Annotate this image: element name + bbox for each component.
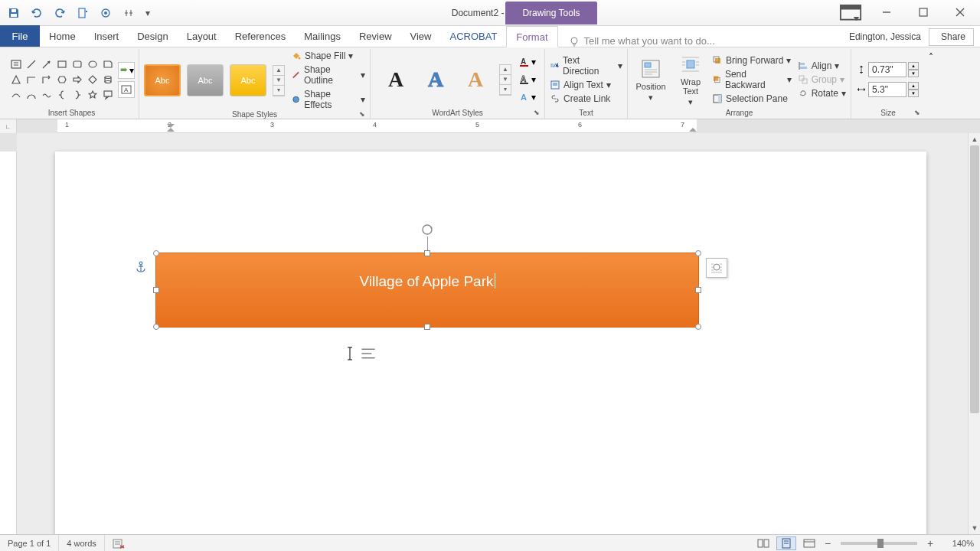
shape-callout-icon[interactable] (101, 88, 115, 102)
shape-cylinder-icon[interactable] (101, 73, 115, 86)
selection-pane-button[interactable]: Selection Pane (712, 93, 792, 104)
shape-block-arrow-icon[interactable] (70, 73, 84, 86)
status-page[interactable]: Page 1 of 1 (0, 535, 59, 552)
scroll-down-icon[interactable]: ▼ (969, 522, 980, 534)
review-tab[interactable]: Review (350, 25, 401, 47)
design-tab[interactable]: Design (128, 25, 177, 47)
zoom-slider[interactable] (841, 542, 917, 545)
shape-star-icon[interactable] (86, 88, 100, 102)
read-mode-button[interactable] (753, 536, 773, 550)
edit-shape-button[interactable]: ▾ (118, 62, 135, 79)
shape-effects-button[interactable]: Shape Effects ▾ (291, 89, 365, 110)
shape-elbow-arrow-icon[interactable] (40, 73, 54, 86)
resize-handle-s[interactable] (424, 324, 430, 330)
share-button[interactable]: Share (929, 28, 974, 46)
shape-textbox-icon[interactable] (9, 57, 23, 71)
shape-rounded-rect-icon[interactable] (70, 57, 84, 71)
shape-wave-icon[interactable] (40, 88, 54, 102)
layout-tab[interactable]: Layout (178, 25, 226, 47)
create-link-button[interactable]: Create Link (550, 93, 622, 104)
shape-fill-button[interactable]: Shape Fill ▾ (291, 51, 365, 61)
shape-arrow-line-icon[interactable] (40, 57, 54, 71)
style-thumb-gray[interactable]: Abc (187, 64, 224, 96)
new-doc-icon[interactable] (75, 5, 90, 21)
mailings-tab[interactable]: Mailings (295, 25, 350, 47)
draw-textbox-button[interactable]: A (118, 81, 135, 98)
resize-handle-e[interactable] (695, 287, 701, 293)
indent-marker-right[interactable] (688, 122, 698, 133)
rotate-button[interactable]: Rotate ▾ (798, 88, 846, 99)
acrobat-tab[interactable]: ACROBAT (440, 25, 506, 47)
text-fill-button[interactable]: A▾ (519, 54, 536, 70)
save-icon[interactable] (6, 5, 21, 21)
collapse-ribbon-button[interactable]: ˄ (925, 49, 937, 119)
wordart-thumb-3[interactable]: A (459, 64, 492, 96)
width-input[interactable] (868, 82, 906, 97)
qat-more-icon[interactable] (121, 5, 136, 21)
shape-brace-right-icon[interactable] (70, 88, 84, 102)
ribbon-display-options-icon[interactable] (839, 4, 862, 21)
undo-icon[interactable] (29, 5, 44, 21)
shape-diamond-icon[interactable] (86, 73, 100, 86)
maximize-button[interactable] (908, 3, 939, 21)
selected-shape[interactable]: Village of Apple Park (155, 253, 699, 328)
send-backward-button[interactable]: Send Backward ▾ (712, 69, 792, 90)
status-proofing[interactable] (105, 535, 132, 552)
wrap-text-button[interactable]: Wrap Text▾ (672, 53, 709, 106)
style-thumb-yellow[interactable]: Abc (230, 64, 266, 96)
text-direction-button[interactable]: IIAText Direction ▾ (550, 55, 622, 77)
zoom-level[interactable]: 140% (939, 539, 974, 548)
minimize-button[interactable] (871, 3, 902, 21)
status-words[interactable]: 4 words (59, 535, 105, 552)
shape-hexagon-icon[interactable] (55, 73, 69, 86)
wordart-thumb-2[interactable]: A (420, 64, 452, 96)
page[interactable]: Village of Apple Park (55, 152, 926, 534)
layout-options-button[interactable] (706, 258, 727, 278)
shape-brace-left-icon[interactable] (55, 88, 69, 102)
indent-marker-left[interactable] (165, 122, 176, 133)
scrollbar-thumb[interactable] (970, 145, 979, 413)
text-outline-button[interactable]: A▾ (519, 72, 536, 87)
style-thumb-orange[interactable]: Abc (144, 64, 181, 96)
shape-snip-icon[interactable] (101, 57, 115, 71)
shape-outline-button[interactable]: Shape Outline ▾ (291, 64, 365, 86)
view-tab[interactable]: View (401, 25, 441, 47)
wordart-gallery-scroll[interactable]: ▲▼▾ (499, 64, 511, 96)
shape-curve-icon[interactable] (9, 88, 23, 102)
shape-triangle-icon[interactable] (9, 73, 23, 86)
document-scroll[interactable]: Village of Apple Park (17, 133, 980, 534)
zoom-out-button[interactable]: − (822, 537, 833, 549)
shape-elbow-icon[interactable] (24, 73, 38, 86)
height-spinner[interactable]: ▲▼ (908, 62, 919, 77)
shape-text[interactable]: Village of Apple Park (360, 273, 495, 290)
position-button[interactable]: Position▾ (632, 57, 669, 102)
redo-icon[interactable] (52, 5, 67, 21)
shape-line-icon[interactable] (24, 57, 38, 71)
shapes-gallery[interactable] (9, 57, 115, 102)
print-layout-button[interactable] (776, 536, 796, 550)
shape-arc-icon[interactable] (24, 88, 38, 102)
home-tab[interactable]: Home (40, 25, 85, 47)
resize-handle-w[interactable] (153, 287, 159, 293)
resize-handle-nw[interactable] (153, 250, 159, 256)
resize-handle-se[interactable] (695, 324, 701, 330)
references-tab[interactable]: References (226, 25, 295, 47)
dialog-launcher-icon[interactable]: ⬊ (913, 109, 922, 118)
close-button[interactable] (945, 3, 975, 21)
shape-oval-icon[interactable] (86, 57, 100, 71)
file-tab[interactable]: File (0, 25, 40, 47)
resize-handle-ne[interactable] (695, 250, 701, 256)
qat-dropdown-icon[interactable]: ▾ (144, 5, 152, 21)
width-spinner[interactable]: ▲▼ (908, 82, 919, 97)
scroll-up-icon[interactable]: ▲ (969, 133, 980, 145)
wordart-gallery[interactable]: A A A ▲▼▾ (375, 64, 516, 96)
shape-styles-gallery[interactable]: Abc Abc Abc ▲▼▾ (144, 64, 285, 96)
dialog-launcher-icon[interactable]: ⬊ (532, 109, 541, 118)
resize-handle-sw[interactable] (153, 324, 159, 330)
tab-selector[interactable]: ∟ (0, 119, 17, 133)
vertical-ruler[interactable] (0, 133, 17, 534)
gallery-scroll[interactable]: ▲▼▾ (273, 65, 285, 96)
vertical-scrollbar[interactable]: ▲ ▼ (968, 133, 980, 534)
shape-rectangle-icon[interactable] (55, 57, 69, 71)
dialog-launcher-icon[interactable]: ⬊ (358, 110, 367, 119)
